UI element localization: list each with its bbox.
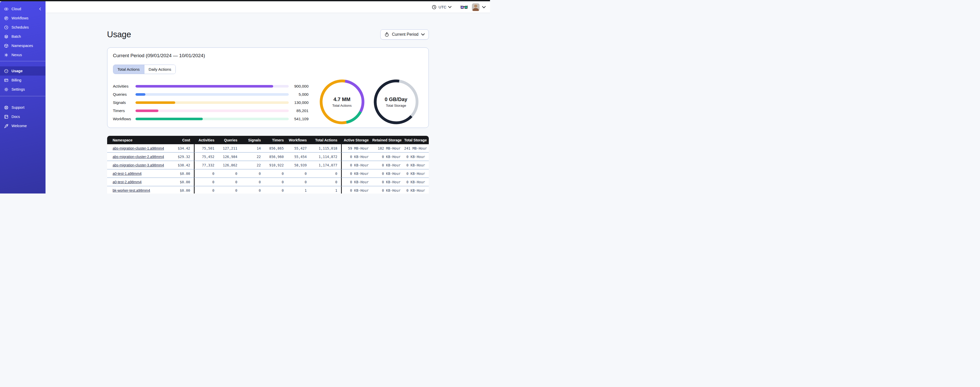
table-cell-signals: 22 xyxy=(241,153,264,161)
bar-fill xyxy=(135,93,146,96)
namespace-link[interactable]: abs-migration-cluster-1.a98mm4 xyxy=(113,146,164,150)
table-cell-timers: 0 xyxy=(264,178,288,186)
bar-fill xyxy=(135,85,274,88)
sidebar-item-docs[interactable]: Docs xyxy=(0,112,45,121)
total-actions-donut: 4.7 MMTotal Actions xyxy=(319,79,365,125)
table-cell-signals: 0 xyxy=(241,178,264,186)
table-cell-signals: 22 xyxy=(241,161,264,170)
support-icon xyxy=(4,105,9,110)
bar-row-signals: Signals130,000 xyxy=(113,99,309,107)
user-avatar[interactable] xyxy=(472,3,480,11)
table-cell-signals: 0 xyxy=(241,186,264,194)
bar-row-queries: Queries5,000 xyxy=(113,90,309,99)
table-cell-namespace: abs-migration-cluster-3.a98mm4 xyxy=(107,161,169,170)
actions-view-toggle: Total Actions Daily Actions xyxy=(113,65,176,74)
bar-value: 130,000 xyxy=(289,100,309,105)
namespace-usage-table: NamespaceCostActivitiesQueriesSignalsTim… xyxy=(107,136,429,194)
batch-icon xyxy=(4,34,9,39)
sidebar-item-namespaces[interactable]: Namespaces xyxy=(0,41,45,50)
bar-value: 541,109 xyxy=(289,117,309,121)
schedules-icon xyxy=(4,25,9,30)
sidebar-item-support[interactable]: Support xyxy=(0,103,45,112)
current-period-card: Current Period (09/01/2024 — 10/01/2024)… xyxy=(107,48,429,128)
table-header-queries: Queries xyxy=(218,136,241,144)
sidebar-collapse-button[interactable] xyxy=(38,7,42,11)
table-cell-retained-storage: 182 MB-Hour xyxy=(372,144,404,153)
bar-row-timers: Timers85,201 xyxy=(113,107,309,115)
tab-daily-actions[interactable]: Daily Actions xyxy=(144,65,176,74)
donut-label: Total Actions xyxy=(332,104,352,107)
topbar: UTC xyxy=(46,1,490,13)
table-cell-cost: $34.42 xyxy=(169,144,194,153)
table-cell-total-actions: 1 xyxy=(310,186,341,194)
sidebar-brand-label: Cloud xyxy=(11,7,21,11)
table-cell-signals: 14 xyxy=(241,144,264,153)
donut-center-text: 0 GB/DayTotal Storage xyxy=(374,79,419,125)
temporal-logo-icon xyxy=(4,6,9,11)
sidebar-item-nexus[interactable]: Nexus xyxy=(0,50,45,59)
table-row: abs-migration-cluster-3.a98mm4$38.4277,3… xyxy=(107,161,429,170)
sidebar-brand-cloud[interactable]: Cloud xyxy=(0,4,45,14)
table-cell-total-actions: 0 xyxy=(310,170,341,178)
table-cell-cost: $0.00 xyxy=(169,178,194,186)
table-cell-workflows: 58,939 xyxy=(288,161,310,170)
table-header-total-actions: Total Actions xyxy=(310,136,341,144)
namespaces-icon xyxy=(4,43,9,48)
table-cell-queries: 0 xyxy=(218,170,241,178)
namespace-link[interactable]: a0-test-1.a98mm4 xyxy=(113,171,142,176)
period-selector-button[interactable]: Current Period xyxy=(380,29,428,40)
table-cell-total-actions: 1,115,018 xyxy=(310,144,341,153)
table-cell-namespace: abs-migration-cluster-1.a98mm4 xyxy=(107,144,169,153)
table-header-activities: Activities xyxy=(194,136,218,144)
donut-value: 0 GB/Day xyxy=(385,96,407,102)
timezone-label: UTC xyxy=(439,5,446,9)
table-cell-activities: 75,501 xyxy=(194,144,218,153)
bar-value: 85,201 xyxy=(289,109,309,113)
table-cell-signals: 0 xyxy=(241,170,264,178)
table-cell-total-storage: 0 KB-Hour xyxy=(404,161,429,170)
account-menu-button[interactable] xyxy=(482,5,486,9)
table-header-total-storage: Total Storage xyxy=(404,136,429,144)
namespace-link[interactable]: a0-test-2.a98mm4 xyxy=(113,180,142,184)
namespace-link[interactable]: abs-migration-cluster-3.a98mm4 xyxy=(113,163,164,167)
sidebar: Cloud WorkflowsSchedulesBatchNamespacesN… xyxy=(0,1,46,194)
sidebar-item-batch[interactable]: Batch xyxy=(0,32,45,41)
sidebar-nav-help: SupportDocsWelcome xyxy=(0,103,45,130)
sidebar-item-workflows[interactable]: Workflows xyxy=(0,14,45,23)
table-cell-activities: 0 xyxy=(194,170,218,178)
table-cell-total-storage: 0 KB-Hour xyxy=(404,153,429,161)
table-cell-active-storage: 0 KB-Hour xyxy=(341,161,372,170)
labs-glasses-button[interactable] xyxy=(461,5,468,9)
table-cell-total-storage: 0 KB-Hour xyxy=(404,178,429,186)
sidebar-item-usage[interactable]: Usage xyxy=(0,66,45,75)
tab-total-actions[interactable]: Total Actions xyxy=(113,65,144,74)
bar-label: Workflows xyxy=(113,117,135,121)
window-top-edge xyxy=(0,0,490,1)
sidebar-item-settings[interactable]: Settings xyxy=(0,85,45,94)
table-cell-namespace: a0-test-1.a98mm4 xyxy=(107,170,169,178)
namespace-link[interactable]: bk-worker-test.a98mm4 xyxy=(113,189,150,192)
table-row: abs-migration-cluster-1.a98mm4$34.4275,5… xyxy=(107,144,429,153)
billing-icon xyxy=(4,78,9,83)
table-cell-queries: 127,211 xyxy=(218,144,241,153)
donut-center-text: 4.7 MMTotal Actions xyxy=(319,79,365,125)
table-row: abs-migration-cluster-2.a98mm4$29.3275,4… xyxy=(107,153,429,161)
namespace-link[interactable]: abs-migration-cluster-2.a98mm4 xyxy=(113,155,164,159)
sidebar-item-welcome[interactable]: Welcome xyxy=(0,121,45,130)
sidebar-item-schedules[interactable]: Schedules xyxy=(0,23,45,32)
clock-icon xyxy=(431,5,437,10)
bar-track xyxy=(135,118,289,120)
table-cell-total-actions: 0 xyxy=(310,178,341,186)
table-cell-workflows: 55,454 xyxy=(288,153,310,161)
donut-charts: 4.7 MMTotal Actions 0 GB/DayTotal Storag… xyxy=(319,79,419,125)
table-cell-retained-storage: 0 KB-Hour xyxy=(372,153,404,161)
timezone-selector[interactable]: UTC xyxy=(430,4,453,10)
table-cell-retained-storage: 0 KB-Hour xyxy=(372,161,404,170)
sidebar-item-billing[interactable]: Billing xyxy=(0,75,45,85)
table-cell-total-storage: 0 KB-Hour xyxy=(404,170,429,178)
table-cell-activities: 75,452 xyxy=(194,153,218,161)
table-cell-timers: 0 xyxy=(264,186,288,194)
period-selector-label: Current Period xyxy=(392,32,418,37)
table-row: bk-worker-test.a98mm4$0.000000110 KB-Hou… xyxy=(107,186,429,194)
table-cell-workflows: 55,427 xyxy=(288,144,310,153)
